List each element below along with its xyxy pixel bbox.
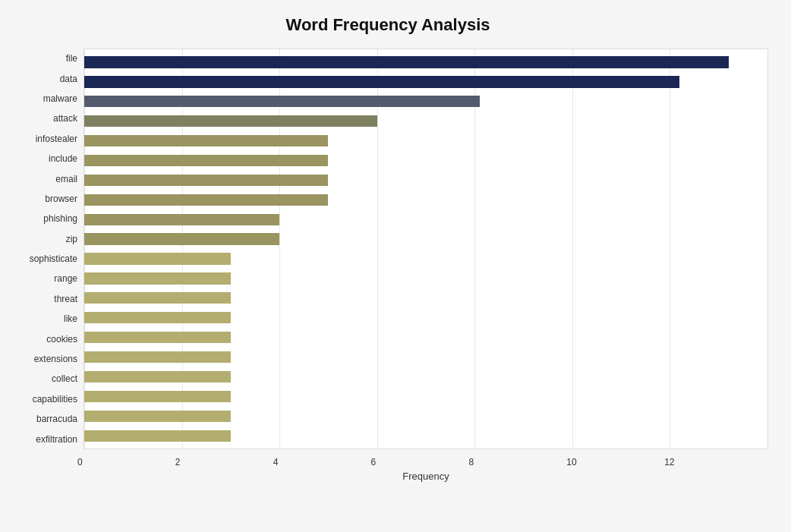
- x-tick-label: 0: [77, 457, 83, 467]
- y-axis-label: extensions: [34, 354, 77, 364]
- bar: [84, 272, 231, 284]
- x-tick-label: 2: [175, 457, 181, 467]
- bar: [84, 76, 679, 87]
- y-axis-label: data: [60, 74, 77, 83]
- bar: [84, 411, 231, 422]
- y-axis-label: range: [54, 274, 77, 283]
- bar-row: [84, 52, 767, 72]
- y-axis-label: barracuda: [36, 414, 77, 423]
- bar-row: [84, 170, 767, 190]
- x-tick-label: 6: [371, 457, 377, 467]
- bar-row: [84, 308, 767, 328]
- bar: [84, 194, 328, 206]
- x-tick-label: 8: [468, 457, 474, 467]
- x-tick-label: 4: [273, 457, 279, 467]
- bar-row: [84, 426, 767, 445]
- bar: [84, 253, 231, 264]
- bar-row: [84, 288, 767, 308]
- bar: [84, 351, 231, 363]
- bar: [84, 56, 729, 68]
- bar: [84, 430, 231, 442]
- bar-row: [84, 209, 767, 229]
- chart-container: Word Frequency Analysis filedatamalwarea…: [0, 0, 791, 532]
- y-axis-label: capabilities: [33, 395, 77, 404]
- bar: [84, 115, 377, 127]
- bar: [84, 391, 231, 402]
- y-axis-label: infostealer: [36, 134, 77, 143]
- plot-area: [84, 49, 768, 449]
- bar: [84, 135, 328, 146]
- bar: [84, 312, 231, 323]
- y-axis: filedatamalwareattackinfostealerincludee…: [8, 49, 84, 449]
- bar: [84, 96, 480, 107]
- bar-row: [84, 406, 767, 426]
- y-axis-label: threat: [54, 294, 77, 304]
- bar-row: [84, 328, 767, 348]
- chart-title: Word Frequency Analysis: [8, 15, 768, 35]
- bar: [84, 371, 231, 382]
- bar-row: [84, 386, 767, 406]
- y-axis-label: browser: [45, 194, 77, 203]
- bar: [84, 155, 328, 166]
- y-axis-label: malware: [43, 94, 77, 103]
- bar-row: [84, 249, 767, 269]
- bar: [84, 175, 328, 186]
- y-axis-label: cookies: [46, 335, 77, 344]
- bar-row: [84, 269, 767, 288]
- x-axis: 024681012 Frequency: [8, 452, 768, 482]
- bar-row: [84, 112, 767, 131]
- bar-row: [84, 229, 767, 249]
- y-axis-label: email: [55, 175, 77, 184]
- bar-row: [84, 151, 767, 171]
- bar-row: [84, 190, 767, 209]
- bar-row: [84, 72, 767, 92]
- x-tick-label: 10: [566, 457, 576, 467]
- y-axis-label: file: [66, 54, 77, 63]
- bar-row: [84, 367, 767, 387]
- y-axis-label: like: [64, 314, 77, 323]
- y-axis-label: exfiltration: [36, 435, 77, 444]
- bar-row: [84, 348, 767, 367]
- bar-row: [84, 92, 767, 112]
- bar: [84, 332, 231, 343]
- y-axis-label: sophisticate: [30, 254, 77, 263]
- x-tick-label: 12: [664, 457, 674, 467]
- bar: [84, 214, 279, 225]
- bar-row: [84, 131, 767, 151]
- x-axis-title: Frequency: [84, 471, 768, 482]
- y-axis-label: collect: [52, 374, 77, 383]
- y-axis-label: attack: [53, 114, 77, 123]
- y-axis-label: include: [49, 154, 77, 163]
- bar: [84, 233, 279, 244]
- y-axis-label: phishing: [43, 214, 77, 223]
- bar: [84, 292, 231, 304]
- y-axis-label: zip: [66, 235, 77, 244]
